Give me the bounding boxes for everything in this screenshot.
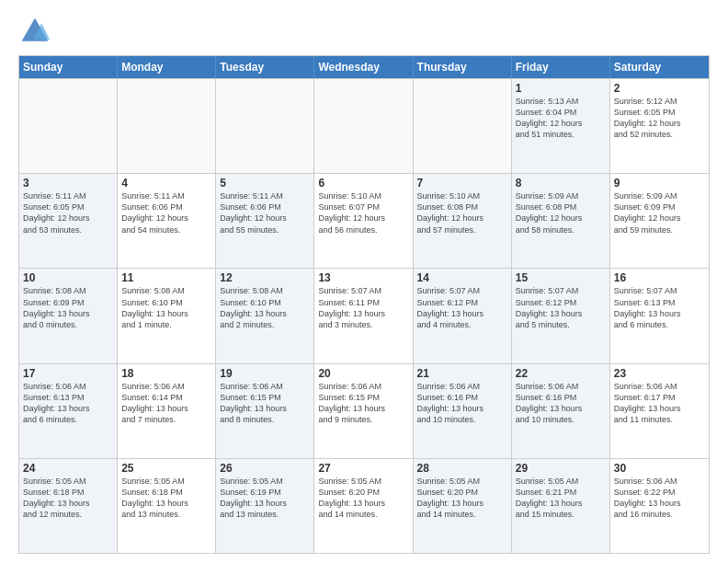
day-number: 18 [121,367,211,380]
calendar-cell-4-1: 25Sunrise: 5:05 AM Sunset: 6:18 PM Dayli… [118,459,216,553]
day-number: 30 [614,462,705,475]
calendar-cell-3-6: 23Sunrise: 5:06 AM Sunset: 6:17 PM Dayli… [610,364,709,458]
header-day-thursday: Thursday [414,56,512,78]
calendar-body: 1Sunrise: 5:13 AM Sunset: 6:04 PM Daylig… [19,78,709,553]
cell-info-text: Sunrise: 5:05 AM Sunset: 6:18 PM Dayligh… [23,476,113,521]
cell-info-text: Sunrise: 5:10 AM Sunset: 6:07 PM Dayligh… [318,190,408,236]
cell-info-text: Sunrise: 5:06 AM Sunset: 6:14 PM Dayligh… [121,381,211,426]
day-number: 14 [417,271,507,284]
day-number: 22 [516,367,606,380]
calendar-cell-1-2: 5Sunrise: 5:11 AM Sunset: 6:06 PM Daylig… [216,174,314,268]
calendar-cell-3-2: 19Sunrise: 5:06 AM Sunset: 6:15 PM Dayli… [216,364,314,458]
cell-info-text: Sunrise: 5:09 AM Sunset: 6:08 PM Dayligh… [516,190,606,236]
day-number: 1 [516,82,606,95]
calendar-cell-2-0: 10Sunrise: 5:08 AM Sunset: 6:09 PM Dayli… [19,269,118,362]
calendar-cell-3-1: 18Sunrise: 5:06 AM Sunset: 6:14 PM Dayli… [118,364,216,458]
header-day-wednesday: Wednesday [314,56,413,78]
day-number: 17 [23,367,113,380]
calendar-cell-3-0: 17Sunrise: 5:06 AM Sunset: 6:13 PM Dayli… [19,364,118,458]
calendar-row-0: 1Sunrise: 5:13 AM Sunset: 6:04 PM Daylig… [19,78,709,173]
calendar-cell-0-1 [118,79,216,173]
cell-info-text: Sunrise: 5:06 AM Sunset: 6:15 PM Dayligh… [220,381,310,426]
day-number: 9 [614,177,705,190]
cell-info-text: Sunrise: 5:06 AM Sunset: 6:17 PM Dayligh… [614,381,705,426]
cell-info-text: Sunrise: 5:06 AM Sunset: 6:15 PM Dayligh… [318,381,408,426]
day-number: 16 [614,271,705,284]
header-day-monday: Monday [118,56,216,78]
cell-info-text: Sunrise: 5:06 AM Sunset: 6:13 PM Dayligh… [23,381,113,426]
day-number: 6 [318,177,408,190]
cell-info-text: Sunrise: 5:05 AM Sunset: 6:18 PM Dayligh… [121,476,211,521]
calendar-cell-3-5: 22Sunrise: 5:06 AM Sunset: 6:16 PM Dayli… [512,364,610,458]
header-day-friday: Friday [512,56,610,78]
calendar-cell-0-3 [314,79,413,173]
cell-info-text: Sunrise: 5:06 AM Sunset: 6:22 PM Dayligh… [614,476,705,521]
page: SundayMondayTuesdayWednesdayThursdayFrid… [0,0,728,563]
calendar-cell-2-4: 14Sunrise: 5:07 AM Sunset: 6:12 PM Dayli… [414,269,512,362]
day-number: 4 [121,177,211,190]
cell-info-text: Sunrise: 5:08 AM Sunset: 6:09 PM Dayligh… [23,285,113,330]
calendar-cell-4-2: 26Sunrise: 5:05 AM Sunset: 6:19 PM Dayli… [216,459,314,553]
cell-info-text: Sunrise: 5:13 AM Sunset: 6:04 PM Dayligh… [516,96,606,141]
cell-info-text: Sunrise: 5:06 AM Sunset: 6:16 PM Dayligh… [516,381,606,426]
day-number: 20 [318,367,408,380]
day-number: 26 [220,462,310,475]
day-number: 12 [220,271,310,284]
day-number: 7 [417,177,507,190]
cell-info-text: Sunrise: 5:09 AM Sunset: 6:09 PM Dayligh… [614,190,705,236]
cell-info-text: Sunrise: 5:12 AM Sunset: 6:05 PM Dayligh… [614,96,705,141]
header [18,15,710,48]
day-number: 15 [516,271,606,284]
calendar-row-1: 3Sunrise: 5:11 AM Sunset: 6:05 PM Daylig… [19,173,709,268]
calendar-header: SundayMondayTuesdayWednesdayThursdayFrid… [19,56,709,78]
header-day-sunday: Sunday [19,56,118,78]
calendar-cell-0-5: 1Sunrise: 5:13 AM Sunset: 6:04 PM Daylig… [512,79,610,173]
calendar-cell-1-0: 3Sunrise: 5:11 AM Sunset: 6:05 PM Daylig… [19,174,118,268]
day-number: 23 [614,367,705,380]
day-number: 2 [614,82,705,95]
calendar-cell-4-3: 27Sunrise: 5:05 AM Sunset: 6:20 PM Dayli… [314,459,413,553]
day-number: 27 [318,462,408,475]
day-number: 3 [23,177,113,190]
day-number: 13 [318,271,408,284]
cell-info-text: Sunrise: 5:11 AM Sunset: 6:06 PM Dayligh… [121,190,211,236]
calendar-cell-0-4 [414,79,512,173]
cell-info-text: Sunrise: 5:10 AM Sunset: 6:08 PM Dayligh… [417,190,507,236]
cell-info-text: Sunrise: 5:08 AM Sunset: 6:10 PM Dayligh… [121,285,211,330]
calendar-cell-1-6: 9Sunrise: 5:09 AM Sunset: 6:09 PM Daylig… [610,174,709,268]
logo-icon [18,15,51,48]
calendar-cell-4-5: 29Sunrise: 5:05 AM Sunset: 6:21 PM Dayli… [512,459,610,553]
cell-info-text: Sunrise: 5:11 AM Sunset: 6:06 PM Dayligh… [220,190,310,236]
day-number: 8 [516,177,606,190]
calendar-cell-4-6: 30Sunrise: 5:06 AM Sunset: 6:22 PM Dayli… [610,459,709,553]
day-number: 28 [417,462,507,475]
day-number: 29 [516,462,606,475]
logo [18,15,57,48]
day-number: 10 [23,271,113,284]
cell-info-text: Sunrise: 5:05 AM Sunset: 6:21 PM Dayligh… [516,476,606,521]
cell-info-text: Sunrise: 5:05 AM Sunset: 6:19 PM Dayligh… [220,476,310,521]
calendar-cell-1-1: 4Sunrise: 5:11 AM Sunset: 6:06 PM Daylig… [118,174,216,268]
cell-info-text: Sunrise: 5:11 AM Sunset: 6:05 PM Dayligh… [23,190,113,236]
header-day-tuesday: Tuesday [216,56,314,78]
header-day-saturday: Saturday [610,56,709,78]
day-number: 24 [23,462,113,475]
calendar-row-3: 17Sunrise: 5:06 AM Sunset: 6:13 PM Dayli… [19,363,709,458]
day-number: 19 [220,367,310,380]
calendar-cell-0-2 [216,79,314,173]
calendar-cell-2-5: 15Sunrise: 5:07 AM Sunset: 6:12 PM Dayli… [512,269,610,362]
cell-info-text: Sunrise: 5:07 AM Sunset: 6:12 PM Dayligh… [417,285,507,330]
day-number: 21 [417,367,507,380]
day-number: 5 [220,177,310,190]
cell-info-text: Sunrise: 5:06 AM Sunset: 6:16 PM Dayligh… [417,381,507,426]
cell-info-text: Sunrise: 5:07 AM Sunset: 6:12 PM Dayligh… [516,285,606,330]
calendar-row-2: 10Sunrise: 5:08 AM Sunset: 6:09 PM Dayli… [19,268,709,362]
calendar-cell-2-2: 12Sunrise: 5:08 AM Sunset: 6:10 PM Dayli… [216,269,314,362]
calendar-cell-2-1: 11Sunrise: 5:08 AM Sunset: 6:10 PM Dayli… [118,269,216,362]
cell-info-text: Sunrise: 5:05 AM Sunset: 6:20 PM Dayligh… [318,476,408,521]
day-number: 11 [121,271,211,284]
calendar-cell-1-5: 8Sunrise: 5:09 AM Sunset: 6:08 PM Daylig… [512,174,610,268]
calendar-cell-0-6: 2Sunrise: 5:12 AM Sunset: 6:05 PM Daylig… [610,79,709,173]
calendar-cell-4-0: 24Sunrise: 5:05 AM Sunset: 6:18 PM Dayli… [19,459,118,553]
cell-info-text: Sunrise: 5:05 AM Sunset: 6:20 PM Dayligh… [417,476,507,521]
